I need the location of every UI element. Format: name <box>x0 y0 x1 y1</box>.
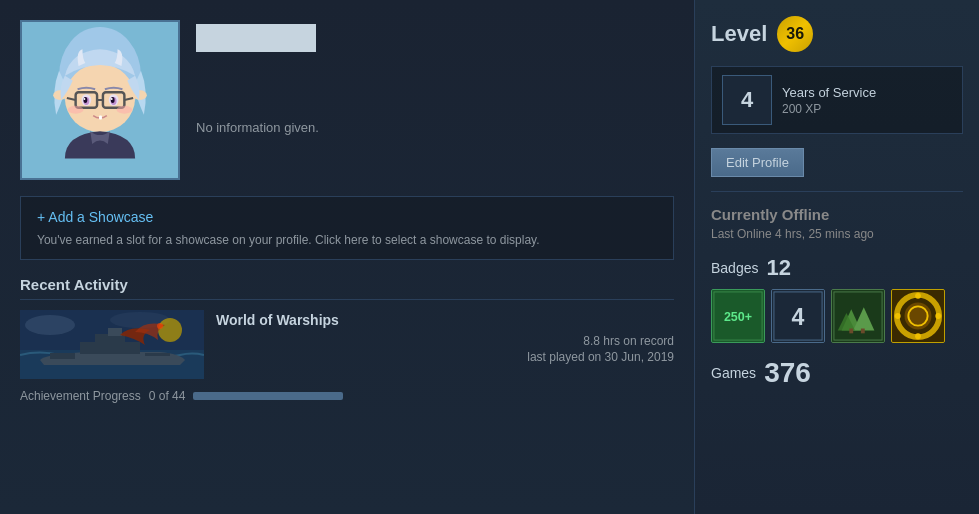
badges-section: Badges 12 250+ 4 <box>711 255 963 343</box>
edit-profile-btn[interactable]: Edit Profile <box>711 148 804 177</box>
showcase-description: You've earned a slot for a showcase on y… <box>37 233 657 247</box>
svg-point-52 <box>895 313 901 319</box>
svg-point-24 <box>158 318 182 342</box>
status-text: Currently Offline <box>711 206 963 223</box>
achievement-bar-bg <box>193 392 343 400</box>
svg-point-53 <box>935 313 941 319</box>
svg-point-19 <box>117 106 133 114</box>
avatar <box>20 20 180 180</box>
years-xp: 200 XP <box>782 102 876 116</box>
recent-activity-section: Recent Activity <box>20 276 674 494</box>
game-last-played: last played on 30 Jun, 2019 <box>216 350 674 364</box>
level-badge: 36 <box>777 16 813 52</box>
game-playtime: 8.8 hrs on record <box>216 334 674 348</box>
svg-text:4: 4 <box>792 304 805 330</box>
years-badge-icon: 4 <box>722 75 772 125</box>
svg-point-50 <box>915 293 921 299</box>
svg-point-17 <box>111 98 113 100</box>
last-online: Last Online 4 hrs, 25 mins ago <box>711 227 963 241</box>
svg-point-18 <box>68 106 84 114</box>
years-info: Years of Service 200 XP <box>782 85 876 116</box>
years-title: Years of Service <box>782 85 876 100</box>
badges-label: Badges <box>711 260 758 276</box>
badge-250-plus[interactable]: 250+ <box>711 289 765 343</box>
svg-rect-29 <box>50 353 75 356</box>
games-section: Games 376 <box>711 357 963 389</box>
svg-rect-28 <box>108 328 122 336</box>
svg-rect-31 <box>145 353 170 356</box>
svg-text:250+: 250+ <box>724 310 752 324</box>
showcase-title[interactable]: + Add a Showcase <box>37 209 657 225</box>
divider-1 <box>711 191 963 192</box>
right-panel: Level 36 4 Years of Service 200 XP Edit … <box>694 0 979 514</box>
game-item: World of Warships 8.8 hrs on record last… <box>20 310 674 403</box>
svg-rect-39 <box>832 290 884 342</box>
svg-point-51 <box>915 333 921 339</box>
badge-4-years[interactable]: 4 <box>771 289 825 343</box>
edit-profile-button[interactable]: Edit Profile <box>711 148 963 177</box>
profile-header: No information given. <box>20 20 674 180</box>
showcase-section: + Add a Showcase You've earned a slot fo… <box>20 196 674 260</box>
game-row: World of Warships 8.8 hrs on record last… <box>20 310 674 379</box>
profile-info: No information given. <box>196 20 319 135</box>
svg-rect-45 <box>861 329 865 334</box>
years-of-service-container: 4 Years of Service 200 XP <box>711 66 963 134</box>
svg-point-16 <box>111 97 115 103</box>
badges-count: 12 <box>766 255 790 281</box>
game-name[interactable]: World of Warships <box>216 312 674 328</box>
game-details: World of Warships 8.8 hrs on record last… <box>216 310 674 364</box>
badges-row: 250+ 4 <box>711 289 963 343</box>
badge-trees[interactable] <box>831 289 885 343</box>
level-label: Level <box>711 21 767 47</box>
achievement-row: Achievement Progress 0 of 44 <box>20 389 674 403</box>
svg-rect-30 <box>50 356 75 359</box>
badge-gold-ring[interactable] <box>891 289 945 343</box>
svg-point-32 <box>157 323 163 329</box>
level-row: Level 36 <box>711 16 963 52</box>
achievement-count: 0 of 44 <box>149 389 186 403</box>
achievement-label: Achievement Progress <box>20 389 141 403</box>
svg-rect-20 <box>99 116 102 120</box>
main-layout: No information given. + Add a Showcase Y… <box>0 0 979 514</box>
username-box <box>196 24 316 52</box>
left-panel: No information given. + Add a Showcase Y… <box>0 0 694 514</box>
games-label: Games <box>711 365 756 381</box>
avatar-container <box>20 20 180 180</box>
games-count: 376 <box>764 357 811 389</box>
badges-header: Badges 12 <box>711 255 963 281</box>
svg-point-13 <box>83 98 85 100</box>
status-section: Currently Offline Last Online 4 hrs, 25 … <box>711 206 963 241</box>
svg-point-22 <box>25 315 75 335</box>
recent-activity-header: Recent Activity <box>20 276 674 300</box>
no-information: No information given. <box>196 120 319 135</box>
game-thumbnail[interactable] <box>20 310 204 379</box>
svg-rect-44 <box>849 329 853 334</box>
svg-point-12 <box>83 97 87 103</box>
